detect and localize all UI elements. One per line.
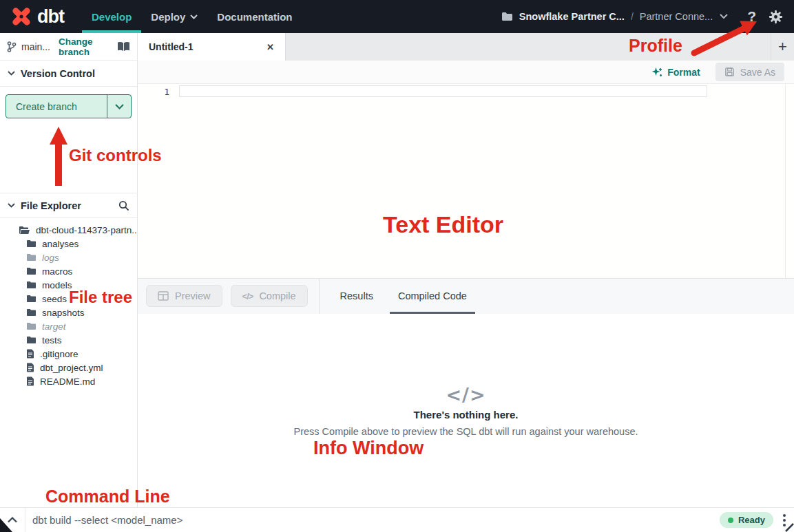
kebab-menu-icon[interactable] (783, 514, 786, 526)
tree-item-label: .gitignore (40, 349, 79, 359)
file-explorer-header[interactable]: File Explorer (0, 193, 137, 218)
tree-item-label: logs (42, 253, 59, 263)
tree-item-logs[interactable]: logs (0, 251, 137, 264)
nav-deploy-label: Deploy (151, 11, 185, 23)
chevron-down-icon (190, 14, 198, 19)
save-icon (724, 67, 735, 77)
line-number: 1 (138, 87, 169, 97)
search-icon[interactable] (118, 200, 129, 211)
editor-toolbar: Format Save As (138, 61, 794, 84)
status-badge: Ready (720, 512, 773, 528)
topbar-right: Snowflake Partner C... / Partner Conne..… (501, 8, 783, 25)
code-icon: </> (242, 291, 253, 301)
compile-label: Compile (259, 290, 295, 301)
folder-icon (26, 295, 36, 303)
tab-results[interactable]: Results (340, 278, 373, 314)
docs-book-icon[interactable] (117, 41, 130, 52)
sidebar: main... Change branch Version Control Cr… (0, 33, 138, 507)
file-explorer-title: File Explorer (21, 200, 81, 211)
active-line[interactable] (179, 85, 707, 97)
nav-documentation-label: Documentation (217, 11, 292, 23)
editor-tabbar: Untitled-1 ✕ + (138, 33, 794, 61)
logo-text: dbt (37, 6, 64, 28)
tree-item-label: README.md (40, 376, 95, 387)
breadcrumb-chevron-down-icon[interactable] (720, 14, 728, 19)
tab-compiled-code[interactable]: Compiled Code (398, 278, 467, 314)
editor-scroll-gutter (785, 84, 786, 278)
status-dot (728, 518, 733, 523)
git-branch-icon (7, 41, 17, 52)
preview-label: Preview (175, 290, 211, 301)
main-area: Untitled-1 ✕ + Format Save As (138, 33, 794, 507)
tree-item-label: dbt_project.yml (40, 363, 103, 373)
change-branch-link[interactable]: Change branch (59, 36, 117, 57)
tree-item-snapshots[interactable]: snapshots (0, 306, 137, 319)
chevron-down-icon (8, 71, 15, 76)
tree-item-readme[interactable]: README.md (0, 374, 137, 388)
branch-row: main... Change branch (0, 33, 137, 61)
annotation-profile: Profile (629, 36, 682, 56)
current-branch-name: main... (21, 41, 50, 52)
tree-item-label: analyses (42, 239, 79, 249)
close-icon[interactable]: ✕ (267, 42, 274, 52)
annotation-file-tree: File tree (69, 288, 132, 307)
create-branch-button[interactable]: Create branch (6, 94, 132, 118)
save-as-label: Save As (740, 67, 775, 78)
file-icon (26, 363, 34, 372)
tree-item-analyses[interactable]: analyses (0, 237, 137, 251)
tree-item-label: tests (42, 335, 62, 345)
tree-item-macros[interactable]: macros (0, 264, 137, 278)
tree-item-dbt-project-yml[interactable]: dbt_project.yml (0, 361, 137, 374)
breadcrumb-project[interactable]: Snowflake Partner C... (519, 11, 625, 22)
tree-item-project-root[interactable]: dbt-cloud-114373-partn... (0, 223, 137, 237)
save-as-button[interactable]: Save As (715, 63, 784, 81)
tab-label: Untitled-1 (149, 41, 194, 52)
format-label: Format (667, 67, 700, 78)
tree-item-label: macros (42, 266, 72, 277)
tree-item-target[interactable]: target (0, 319, 137, 333)
results-tab-label: Results (340, 290, 373, 301)
create-branch-label: Create branch (6, 95, 107, 118)
annotation-git-controls: Git controls (69, 146, 162, 165)
divider (319, 279, 320, 314)
dbt-cloud-ide: dbt Develop Deploy Documentation Snowfla… (0, 0, 794, 532)
folder-icon (26, 240, 36, 248)
breadcrumb-environment[interactable]: Partner Conne... (640, 11, 713, 22)
version-control-title: Version Control (21, 68, 95, 79)
version-control-header[interactable]: Version Control (0, 61, 137, 87)
command-line-bar: Ready (0, 507, 794, 532)
nav-documentation[interactable]: Documentation (207, 0, 302, 33)
tree-item-label: target (42, 321, 66, 332)
dbt-logo[interactable]: dbt (10, 5, 64, 28)
sparkle-icon (651, 67, 662, 78)
command-input[interactable] (25, 514, 720, 526)
tree-item-label: snapshots (42, 308, 85, 318)
info-window: </> There's nothing here. Press Compile … (138, 314, 794, 508)
gear-icon[interactable] (769, 10, 783, 24)
active-tab-underline (390, 312, 475, 314)
chevron-down-icon (8, 203, 15, 208)
empty-state-title: There's nothing here. (414, 409, 519, 421)
text-editor[interactable]: 1 (138, 84, 794, 278)
tree-item-gitignore[interactable]: .gitignore (0, 347, 137, 361)
folder-icon (26, 253, 36, 262)
tree-item-label: models (42, 280, 72, 290)
chevron-up-icon[interactable] (0, 508, 25, 532)
folder-open-icon (19, 226, 30, 235)
file-icon (26, 349, 34, 359)
tab-untitled-1[interactable]: Untitled-1 ✕ (138, 33, 286, 61)
new-tab-button[interactable]: + (771, 33, 794, 61)
help-icon[interactable]: ? (747, 8, 756, 25)
compile-button[interactable]: </> Compile (231, 285, 308, 307)
format-button[interactable]: Format (651, 67, 700, 78)
folder-icon (26, 267, 36, 275)
folder-icon (26, 308, 36, 317)
tree-item-tests[interactable]: tests (0, 333, 137, 347)
nav-develop[interactable]: Develop (82, 0, 141, 33)
create-branch-dropdown[interactable] (107, 95, 131, 118)
nav-deploy[interactable]: Deploy (141, 0, 207, 33)
preview-button[interactable]: Preview (146, 285, 222, 307)
folder-icon (501, 12, 513, 21)
annotation-info-window: Info Window (313, 438, 424, 459)
folder-icon (26, 322, 36, 330)
